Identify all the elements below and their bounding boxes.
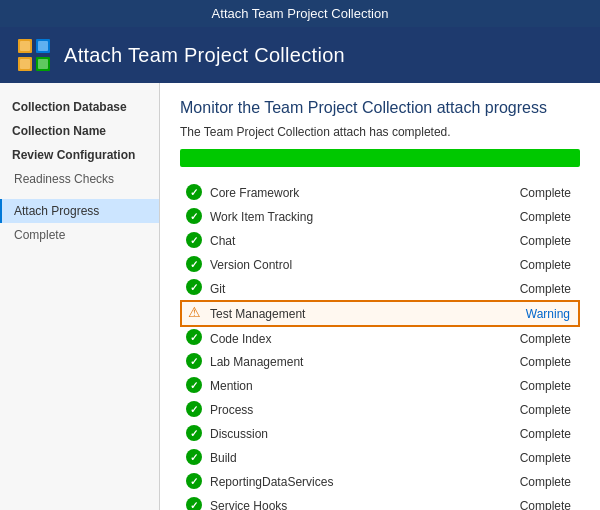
task-row: GitComplete [181, 277, 579, 301]
warning-icon [186, 304, 202, 320]
check-icon [186, 425, 202, 441]
task-status: Complete [458, 253, 579, 277]
task-row: ProcessComplete [181, 398, 579, 422]
check-icon [186, 401, 202, 417]
check-icon [186, 329, 202, 345]
task-row: Code IndexComplete [181, 326, 579, 350]
app-icon [16, 37, 52, 73]
header-bar: Attach Team Project Collection [0, 27, 600, 83]
main-subtitle: The Team Project Collection attach has c… [180, 125, 580, 139]
check-icon [181, 205, 206, 229]
task-name: Git [206, 277, 458, 301]
check-icon [186, 473, 202, 489]
svg-rect-6 [20, 59, 30, 69]
task-name: Discussion [206, 422, 458, 446]
task-status: Complete [458, 422, 579, 446]
task-row: Core FrameworkComplete [181, 181, 579, 205]
check-icon [186, 184, 202, 200]
task-status: Complete [458, 181, 579, 205]
check-icon [181, 253, 206, 277]
task-name: Lab Management [206, 350, 458, 374]
check-icon [181, 422, 206, 446]
task-row: ReportingDataServicesComplete [181, 470, 579, 494]
task-name: Test Management [206, 301, 458, 326]
check-icon [181, 181, 206, 205]
svg-rect-7 [38, 59, 48, 69]
check-icon [186, 449, 202, 465]
progress-bar-fill [180, 149, 580, 167]
svg-rect-4 [20, 41, 30, 51]
check-icon [181, 229, 206, 253]
task-status: Complete [458, 398, 579, 422]
task-name: Version Control [206, 253, 458, 277]
check-icon [181, 446, 206, 470]
task-row: Service HooksComplete [181, 494, 579, 510]
progress-bar-container [180, 149, 580, 167]
warning-icon [181, 301, 206, 326]
task-status: Complete [458, 205, 579, 229]
title-bar-label: Attach Team Project Collection [212, 6, 389, 21]
task-name: Work Item Tracking [206, 205, 458, 229]
task-row: BuildComplete [181, 446, 579, 470]
task-status: Complete [458, 470, 579, 494]
check-icon [186, 256, 202, 272]
task-name: Build [206, 446, 458, 470]
check-icon [181, 326, 206, 350]
sidebar-item-collection-database[interactable]: Collection Database [0, 95, 159, 119]
task-list: Core FrameworkCompleteWork Item Tracking… [180, 181, 580, 510]
check-icon [186, 353, 202, 369]
task-row: DiscussionComplete [181, 422, 579, 446]
sidebar-item-readiness-checks[interactable]: Readiness Checks [0, 167, 159, 191]
main-content: Monitor the Team Project Collection atta… [160, 83, 600, 510]
sidebar: Collection Database Collection Name Revi… [0, 83, 160, 510]
header-title: Attach Team Project Collection [64, 44, 345, 67]
task-row: Version ControlComplete [181, 253, 579, 277]
title-bar: Attach Team Project Collection [0, 0, 600, 27]
check-icon [181, 470, 206, 494]
task-status: Complete [458, 229, 579, 253]
task-name: Core Framework [206, 181, 458, 205]
check-icon [181, 350, 206, 374]
task-row: Work Item TrackingComplete [181, 205, 579, 229]
task-name: Chat [206, 229, 458, 253]
task-status: Complete [458, 494, 579, 510]
check-icon [186, 232, 202, 248]
task-name: Code Index [206, 326, 458, 350]
check-icon [181, 494, 206, 510]
check-icon [186, 377, 202, 393]
task-name: ReportingDataServices [206, 470, 458, 494]
main-title: Monitor the Team Project Collection atta… [180, 99, 580, 117]
sidebar-item-complete[interactable]: Complete [0, 223, 159, 247]
check-icon [186, 208, 202, 224]
task-row: Lab ManagementComplete [181, 350, 579, 374]
task-row: Test ManagementWarning [181, 301, 579, 326]
task-status: Complete [458, 374, 579, 398]
sidebar-item-attach-progress[interactable]: Attach Progress [0, 199, 159, 223]
sidebar-item-review-configuration[interactable]: Review Configuration [0, 143, 159, 167]
task-status: Warning [458, 301, 579, 326]
check-icon [181, 374, 206, 398]
task-row: MentionComplete [181, 374, 579, 398]
task-status: Complete [458, 446, 579, 470]
check-icon [186, 279, 202, 295]
body-container: Collection Database Collection Name Revi… [0, 83, 600, 510]
svg-rect-5 [38, 41, 48, 51]
task-name: Service Hooks [206, 494, 458, 510]
task-status: Complete [458, 277, 579, 301]
check-icon [181, 277, 206, 301]
task-status: Complete [458, 326, 579, 350]
task-status: Complete [458, 350, 579, 374]
sidebar-item-collection-name[interactable]: Collection Name [0, 119, 159, 143]
task-name: Mention [206, 374, 458, 398]
check-icon [181, 398, 206, 422]
task-row: ChatComplete [181, 229, 579, 253]
check-icon [186, 497, 202, 511]
task-name: Process [206, 398, 458, 422]
